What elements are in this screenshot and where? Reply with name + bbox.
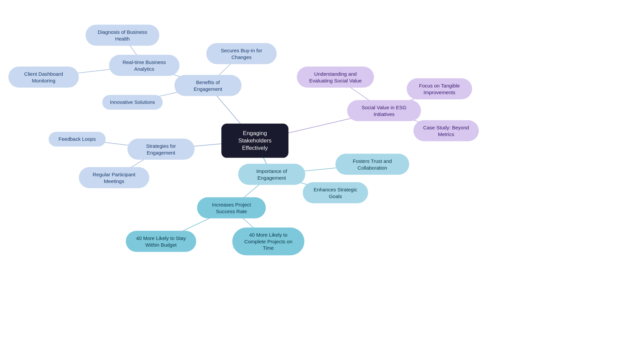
node-increases[interactable]: Increases Project Success Rate <box>197 197 266 219</box>
node-feedback[interactable]: Feedback Loops <box>49 132 106 146</box>
node-importance[interactable]: Importance of Engagement <box>238 164 305 185</box>
node-budget[interactable]: 40 More Likely to Stay Within Budget <box>126 231 196 252</box>
node-center[interactable]: Engaging Stakeholders Effectively <box>221 124 288 158</box>
node-regular[interactable]: Regular Participant Meetings <box>79 167 149 188</box>
node-enhances[interactable]: Enhances Strategic Goals <box>303 182 368 203</box>
node-fosters[interactable]: Fosters Trust and Collaboration <box>335 154 409 175</box>
node-benefits[interactable]: Benefits of Engagement <box>174 75 241 96</box>
node-casestudy[interactable]: Case Study: Beyond Metrics <box>414 120 479 141</box>
node-understanding[interactable]: Understanding and Evaluating Social Valu… <box>297 67 374 88</box>
node-social-esg[interactable]: Social Value in ESG Initiatives <box>347 100 421 121</box>
node-realtime[interactable]: Real-time Business Analytics <box>109 55 179 76</box>
node-innovative[interactable]: Innovative Solutions <box>102 95 163 110</box>
node-focus[interactable]: Focus on Tangible Improvements <box>407 78 472 100</box>
node-secures[interactable]: Secures Buy-in for Changes <box>206 43 277 64</box>
node-client[interactable]: Client Dashboard Monitoring <box>8 67 79 88</box>
node-strategies[interactable]: Strategies for Engagement <box>127 139 195 160</box>
node-complete[interactable]: 40 More Likely to Complete Projects on T… <box>232 228 305 255</box>
mindmap-container: Engaging Stakeholders EffectivelyBenefit… <box>0 0 644 363</box>
node-diagnosis[interactable]: Diagnosis of Business Health <box>86 25 159 46</box>
